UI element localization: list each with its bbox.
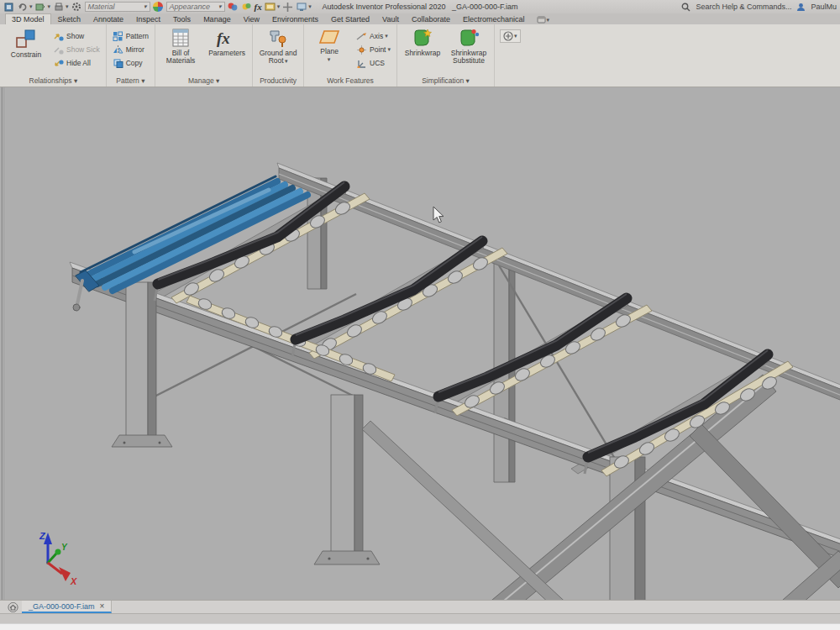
tab-electromechanical[interactable]: Electromechanical (457, 14, 531, 24)
appearance-select[interactable]: Appearance ▾ (166, 2, 225, 12)
print-dropdown[interactable]: ▾ (66, 3, 69, 10)
display-dropdown[interactable]: ▾ (308, 3, 312, 10)
app-title: Autodesk Inventor Professional 2020 (322, 3, 445, 11)
tab-annotate[interactable]: Annotate (87, 14, 129, 24)
show-sick-button[interactable]: Show Sick (50, 43, 102, 56)
panel-footer-relationships[interactable]: Relationships ▾ (1, 76, 106, 87)
color-wheel-icon[interactable] (241, 2, 252, 12)
image-icon[interactable] (265, 2, 276, 12)
document-name: _GA-000-000-F.iam (452, 3, 518, 11)
constrain-icon (15, 28, 37, 50)
browser-panel-splitter[interactable] (2, 87, 4, 600)
mirror-button[interactable]: Mirror (110, 43, 151, 56)
document-tab-active[interactable]: _GA-000-000-F.iam × (22, 601, 112, 613)
bill-of-materials-button[interactable]: Bill of Materials (159, 26, 202, 65)
point-label: Point (370, 45, 386, 54)
copy-label: Copy (126, 59, 143, 67)
home-button[interactable] (3, 601, 22, 613)
ground-and-root-icon (267, 28, 289, 48)
panel-productivity: Ground and Root ▾ Productivity (253, 24, 304, 87)
ribbon-display-toggle[interactable]: ▾ (532, 16, 555, 24)
search-icon[interactable] (680, 2, 691, 12)
tab-view[interactable]: View (238, 14, 265, 24)
user-avatar-icon[interactable] (795, 2, 806, 12)
material-value: Material (88, 3, 115, 11)
axis-icon (356, 32, 367, 41)
hide-all-button[interactable]: Hide All (50, 56, 102, 70)
inventor-window: ▾ ▾ ▾ Material ▾ Appearance (0, 0, 840, 630)
panel-simplification: Shrinkwrap Shrinkwrap Substitute Simplif… (397, 24, 495, 87)
ribbon-options-button[interactable]: ▾ (500, 29, 521, 43)
pattern-label: Pattern (126, 32, 149, 40)
pattern-button[interactable]: Pattern (110, 29, 151, 43)
settings-gear-icon[interactable] (71, 2, 82, 12)
undo-dropdown[interactable]: ▾ (29, 3, 33, 10)
shrinkwrap-button[interactable]: Shrinkwrap (401, 26, 444, 57)
image-dropdown[interactable]: ▾ (277, 3, 281, 10)
model-viewport[interactable]: Z Y X (0, 87, 840, 600)
search-help-commands[interactable]: Search Help & Commands... (696, 3, 791, 11)
pattern-icon (113, 31, 123, 41)
tab-vault[interactable]: Vault (376, 14, 405, 24)
parameters-fx-icon[interactable]: fx (255, 2, 262, 12)
close-tab-icon[interactable]: × (100, 601, 105, 611)
bottom-strip (0, 623, 840, 630)
panel-footer-simplification[interactable]: Simplification ▾ (397, 76, 494, 87)
tab-sketch[interactable]: Sketch (52, 14, 87, 24)
tab-get-started[interactable]: Get Started (325, 14, 375, 24)
adjust-color-icon[interactable] (228, 2, 239, 12)
tab-collaborate[interactable]: Collaborate (406, 14, 456, 24)
show-label: Show (66, 32, 84, 40)
point-arrow: ▾ (387, 46, 391, 53)
panel-manage: Bill of Materials fx Parameters Manage ▾ (155, 24, 253, 87)
copy-icon (113, 58, 123, 68)
copy-button[interactable]: Copy (110, 56, 151, 70)
show-icon (53, 32, 64, 41)
redo-dropdown[interactable]: ▾ (48, 3, 51, 10)
panel-footer-pattern[interactable]: Pattern ▾ (107, 76, 155, 87)
print-icon[interactable] (53, 2, 64, 12)
move-icon[interactable] (282, 2, 293, 12)
3d-model-conveyor-assembly[interactable]: Z Y X (0, 87, 840, 600)
ribbon-options-icon (503, 31, 513, 41)
material-select[interactable]: Material ▾ (85, 2, 150, 12)
shrinkwrap-label: Shrinkwrap (405, 50, 441, 57)
tab-manage[interactable]: Manage (197, 14, 237, 24)
display-icon[interactable] (296, 2, 307, 12)
panel-relationships: Constrain Show Show Sick Hide All (1, 24, 107, 87)
point-icon (356, 45, 367, 55)
tab-tools[interactable]: Tools (167, 14, 197, 24)
mirror-icon (113, 45, 123, 55)
tab-3d-model[interactable]: 3D Model (5, 13, 51, 24)
ucs-icon (356, 59, 367, 68)
panel-footer-productivity[interactable]: Productivity (253, 76, 303, 87)
ribbon-toggle-icon (537, 16, 546, 24)
ucs-button[interactable]: UCS (354, 56, 393, 70)
point-button[interactable]: Point ▾ (354, 43, 393, 56)
shrinkwrap-substitute-button[interactable]: Shrinkwrap Substitute (447, 26, 491, 65)
shrinkwrap-icon (412, 28, 433, 48)
constrain-button[interactable]: Constrain (4, 26, 48, 59)
app-icon[interactable] (3, 2, 14, 12)
plane-arrow: ▾ (328, 56, 331, 62)
tab-inspect[interactable]: Inspect (130, 14, 166, 24)
panel-footer-work-features[interactable]: Work Features (304, 76, 396, 87)
parameters-label: Parameters (208, 50, 245, 57)
svg-text:fx: fx (217, 29, 230, 47)
plane-button[interactable]: Plane▾ (307, 26, 351, 63)
appearance-value: Appearance (170, 3, 211, 11)
appearance-sphere-icon[interactable] (153, 2, 164, 12)
ground-and-root-label: Ground and Root (260, 49, 297, 65)
parameters-button[interactable]: fx Parameters (205, 26, 249, 57)
axis-button[interactable]: Axis ▾ (354, 29, 393, 43)
triad-x-label: X (70, 576, 77, 586)
user-name[interactable]: PaulMu (811, 3, 837, 11)
axis-label: Axis (370, 32, 383, 40)
panel-footer-manage[interactable]: Manage ▾ (155, 76, 252, 87)
ground-and-root-button[interactable]: Ground and Root ▾ (256, 26, 300, 65)
undo-icon[interactable] (17, 2, 28, 12)
tab-environments[interactable]: Environments (266, 14, 324, 24)
redo-icon[interactable] (35, 2, 46, 12)
mirror-label: Mirror (126, 45, 144, 54)
show-button[interactable]: Show (50, 29, 102, 43)
